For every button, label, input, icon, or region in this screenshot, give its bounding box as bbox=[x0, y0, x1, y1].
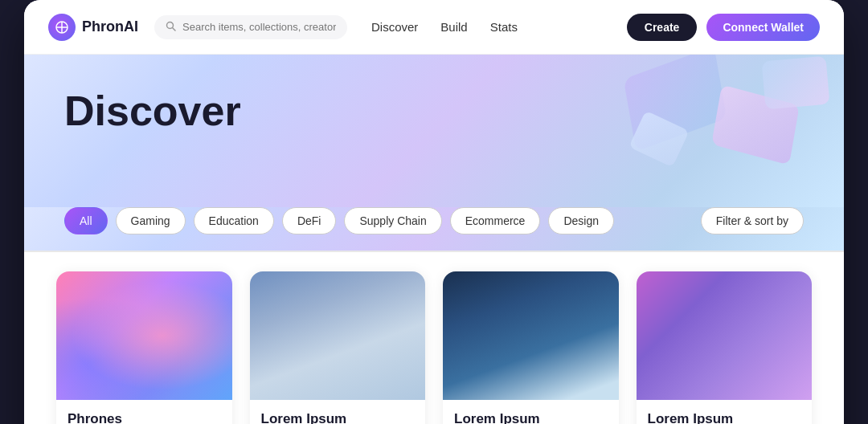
nav-actions: Create Connect Wallet bbox=[627, 14, 820, 41]
nav-link-discover[interactable]: Discover bbox=[371, 20, 418, 34]
nft-card-4[interactable]: Lorem Ipsum 0.080 USDC 1 of 2 Highest bi… bbox=[637, 271, 813, 424]
card-title-4: Lorem Ipsum bbox=[648, 411, 801, 424]
connect-wallet-button[interactable]: Connect Wallet bbox=[706, 14, 820, 41]
card-title-2: Lorem Ipsum bbox=[261, 411, 415, 424]
nav-links: Discover Build Stats bbox=[371, 20, 518, 34]
create-button[interactable]: Create bbox=[627, 14, 698, 41]
cards-section: Phrones 0.080 USDC 1 of 2 Highest bid: 0… bbox=[24, 252, 844, 424]
search-icon bbox=[166, 21, 176, 34]
card-body-3: Lorem Ipsum 0.080 USDC 1 of 2 Highest bi… bbox=[443, 400, 619, 424]
card-title-1: Phrones bbox=[68, 411, 221, 424]
filter-chip-defi[interactable]: DeFi bbox=[282, 207, 337, 234]
card-body-1: Phrones 0.080 USDC 1 of 2 Highest bid: 0… bbox=[56, 400, 232, 424]
filter-chip-all[interactable]: All bbox=[64, 207, 108, 234]
nft-card-2[interactable]: Lorem Ipsum 0.080 USDC 1 of 2 Highest bi… bbox=[250, 271, 426, 424]
filter-chip-design[interactable]: Design bbox=[548, 207, 614, 234]
card-image-1 bbox=[56, 271, 232, 400]
search-bar bbox=[154, 15, 347, 39]
logo-text: PhronAI bbox=[82, 18, 138, 35]
card-body-2: Lorem Ipsum 0.080 USDC 1 of 2 Highest bi… bbox=[250, 400, 426, 424]
card-image-3 bbox=[443, 271, 619, 400]
card-body-4: Lorem Ipsum 0.080 USDC 1 of 2 Highest bi… bbox=[637, 400, 813, 424]
logo-area[interactable]: PhronAI bbox=[48, 14, 138, 41]
card-image-4 bbox=[637, 271, 813, 400]
card-title-3: Lorem Ipsum bbox=[454, 411, 608, 424]
logo-icon bbox=[48, 14, 76, 41]
card-image-2 bbox=[250, 271, 426, 400]
device-frame: PhronAI Discover Build Stats Create Conn… bbox=[24, 0, 844, 424]
filter-chip-supply-chain[interactable]: Supply Chain bbox=[344, 207, 441, 234]
filter-chip-education[interactable]: Education bbox=[194, 207, 274, 234]
svg-line-4 bbox=[173, 27, 176, 31]
nft-card-3[interactable]: Lorem Ipsum 0.080 USDC 1 of 2 Highest bi… bbox=[443, 271, 619, 424]
filter-bar: All Gaming Education DeFi Supply Chain E… bbox=[24, 207, 844, 251]
nav-link-build[interactable]: Build bbox=[440, 20, 467, 34]
search-input[interactable] bbox=[182, 21, 336, 33]
hero-title: Discover bbox=[64, 87, 804, 135]
filter-sort-button[interactable]: Filter & sort by bbox=[701, 207, 804, 234]
filter-chip-gaming[interactable]: Gaming bbox=[116, 207, 186, 234]
nav-link-stats[interactable]: Stats bbox=[490, 20, 518, 34]
navbar: PhronAI Discover Build Stats Create Conn… bbox=[24, 0, 844, 55]
hero-section: Discover bbox=[24, 55, 844, 207]
filter-chip-ecommerce[interactable]: Ecommerce bbox=[450, 207, 541, 234]
nft-card-1[interactable]: Phrones 0.080 USDC 1 of 2 Highest bid: 0… bbox=[56, 271, 232, 424]
